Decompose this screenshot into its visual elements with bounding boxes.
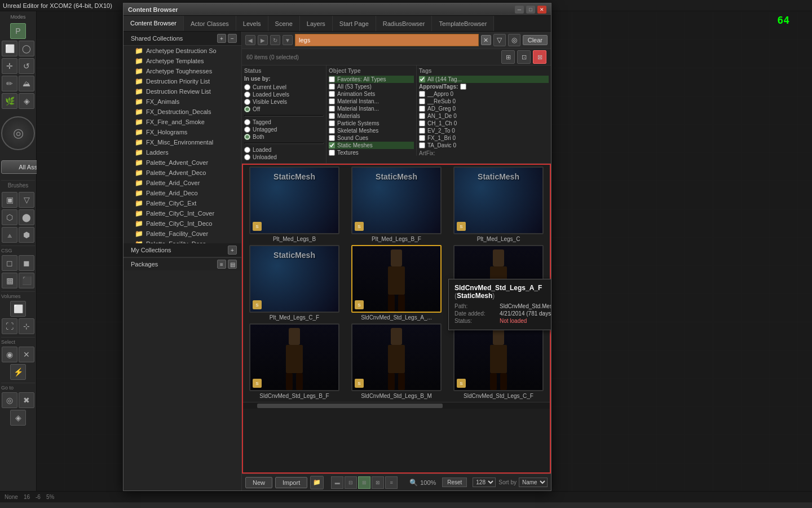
brush-btn-1[interactable]: ▣ <box>2 192 17 208</box>
cb-all-tags[interactable] <box>419 76 425 82</box>
list-item-palette-facility-deco[interactable]: 📁 Palette_Facility_Deco <box>123 239 241 243</box>
cb-approval-tags[interactable] <box>460 84 466 90</box>
csg-btn-2[interactable]: ◼ <box>19 255 34 271</box>
tab-scene[interactable]: Scene <box>268 16 300 31</box>
brush-btn-3[interactable]: ⬡ <box>2 209 17 225</box>
select-btn-3[interactable]: ⚡ <box>10 364 26 380</box>
csg-btn-3[interactable]: ▩ <box>2 273 17 288</box>
list-item-ladders[interactable]: 📁 Ladders <box>123 147 241 157</box>
list-item-palette-arid-cover[interactable]: 📁 Palette_Arid_Cover <box>123 178 241 188</box>
cb-appro[interactable] <box>419 91 425 97</box>
asset-sldcnv-a-f[interactable]: S SldCnvMed_Std_Legs_A_... SldCnvMed_Std… <box>347 245 446 321</box>
cb-material-inst-2[interactable] <box>329 106 335 112</box>
shared-add-btn[interactable]: + <box>217 34 226 43</box>
cb-static-meshes[interactable] <box>329 142 335 148</box>
size-select[interactable]: 128 64 256 <box>473 478 496 487</box>
view-icon-1[interactable]: ⊞ <box>501 50 515 64</box>
radio-both[interactable] <box>244 134 250 140</box>
packages-grid-btn[interactable]: ≡ <box>217 260 226 269</box>
cb-fx1-bri[interactable] <box>419 135 425 141</box>
import-btn[interactable]: Import <box>275 477 307 488</box>
my-add-btn[interactable]: + <box>228 246 237 255</box>
cb-particle-systems[interactable] <box>329 120 335 126</box>
list-item-palette-cityc-int-deco[interactable]: 📁 Palette_CityC_Int_Deco <box>123 218 241 229</box>
list-item-destruction-priority[interactable]: 📁 Destruction Priority List <box>123 76 241 86</box>
cb-skeletal-meshes[interactable] <box>329 128 335 134</box>
list-item-archetype-templates[interactable]: 📁 Archetype Templates <box>123 56 241 66</box>
sort-select[interactable]: Name Date Type <box>519 478 548 487</box>
asset-plt-med-legs-b-f[interactable]: StaticMesh S Plt_Med_Legs_B_F <box>347 167 446 242</box>
move-mode-btn[interactable]: ✛ <box>2 58 17 74</box>
my-collections-header[interactable]: My Collections + <box>123 243 241 257</box>
view-1col-btn[interactable]: ▬ <box>331 476 343 489</box>
radio-loaded[interactable] <box>244 147 250 153</box>
list-item-palette-cityc-ext[interactable]: 📁 Palette_CityC_Ext <box>123 198 241 208</box>
cb-all-types[interactable] <box>329 84 335 90</box>
list-item-archetype-destruction[interactable]: 📁 Archetype Destruction So <box>123 46 241 56</box>
view-3col-btn[interactable]: ⊞ <box>358 476 370 489</box>
asset-sldcnv-c-f[interactable]: S SldCnvMed_Std_Legs_C_F <box>449 323 548 399</box>
cb-sound-cues[interactable] <box>329 135 335 141</box>
list-item-fx-misc[interactable]: 📁 FX_Misc_Environmental <box>123 137 241 147</box>
nav-back-btn[interactable]: ◀ <box>245 35 255 45</box>
list-item-fx-destruction[interactable]: 📁 FX_Destruction_Decals <box>123 107 241 117</box>
tab-actor-classes[interactable]: Actor Classes <box>184 16 236 31</box>
brush-btn-6[interactable]: ⬢ <box>19 227 34 243</box>
list-item-palette-advent-cover[interactable]: 📁 Palette_Advent_Cover <box>123 157 241 168</box>
cb-ch1-ch[interactable] <box>419 120 425 126</box>
reset-zoom-btn[interactable]: Reset <box>442 478 467 487</box>
landscape-mode-btn[interactable]: ⛰ <box>19 76 34 91</box>
maximize-button[interactable]: □ <box>526 6 535 14</box>
list-item-palette-cityc-int-cover[interactable]: 📁 Palette_CityC_Int_Cover <box>123 208 241 218</box>
radio-visible-levels[interactable] <box>244 99 250 105</box>
brush-btn-4[interactable]: ⬤ <box>19 209 34 225</box>
cb-an1-de[interactable] <box>419 113 425 119</box>
asset-sldcnv-b-f[interactable]: S SldCnvMed_Std_Legs_B_F <box>245 323 344 399</box>
goto-btn-3[interactable]: ◈ <box>10 410 26 426</box>
radio-tagged[interactable] <box>244 119 250 125</box>
radio-off[interactable] <box>244 106 250 112</box>
clear-filters-btn[interactable]: Clear <box>523 35 548 45</box>
list-item-palette-facility-cover[interactable]: 📁 Palette_Facility_Cover <box>123 229 241 239</box>
select-btn-2[interactable]: ✕ <box>19 347 34 362</box>
csg-btn-4[interactable]: ⬛ <box>19 273 34 288</box>
h-scrollbar[interactable] <box>242 402 551 409</box>
volume-btn-1[interactable]: ⬜ <box>10 301 26 317</box>
cb-ad-greg[interactable] <box>419 106 425 112</box>
tab-content-browser[interactable]: Content Browser <box>123 16 184 31</box>
paint-mode-btn[interactable]: ✏ <box>2 76 17 91</box>
asset-plt-med-legs-c[interactable]: StaticMesh S Plt_Med_Legs_C <box>449 167 548 242</box>
cube-mode-btn[interactable]: ⬜ <box>2 41 17 56</box>
search-clear-btn[interactable]: ✕ <box>481 35 491 45</box>
view-icon-3[interactable]: ⊠ <box>533 50 546 64</box>
list-item-destruction-review[interactable]: 📁 Destruction Review List <box>123 86 241 97</box>
volume-btn-3[interactable]: ⊹ <box>19 318 34 334</box>
filter-lock-btn[interactable]: ◎ <box>508 34 520 46</box>
folder-btn[interactable]: 📁 <box>310 476 324 489</box>
tab-layers[interactable]: Layers <box>300 16 333 31</box>
view-list-btn[interactable]: ≡ <box>385 476 398 489</box>
view-4col-btn[interactable]: ⊠ <box>372 476 384 489</box>
cb-textures[interactable] <box>329 150 335 156</box>
cb-materials[interactable] <box>329 113 335 119</box>
asset-sldcnv-b-m[interactable]: S SldCnvMed_Std_Legs_B_M <box>347 323 446 399</box>
cb-ev2-to[interactable] <box>419 128 425 134</box>
csg-btn-1[interactable]: ◻ <box>2 255 17 271</box>
radio-untagged[interactable] <box>244 126 250 133</box>
asset-grid-wrapper[interactable]: StaticMesh S Plt_Med_Legs_B StaticMesh <box>242 164 551 402</box>
brush-btn-2[interactable]: ▽ <box>19 192 34 208</box>
nav-refresh-btn[interactable]: ↻ <box>270 35 280 45</box>
radio-unloaded[interactable] <box>244 154 250 160</box>
radio-loaded-levels[interactable] <box>244 91 250 98</box>
shared-collections-header[interactable]: Shared Collections + − <box>123 32 241 46</box>
radio-current-level[interactable] <box>244 84 250 90</box>
cb-material-inst-1[interactable] <box>329 98 335 104</box>
nav-extra-btn[interactable]: ▼ <box>283 35 293 45</box>
minimize-button[interactable]: ─ <box>515 6 524 14</box>
view-icon-2[interactable]: ⊡ <box>517 50 531 64</box>
view-2col-btn[interactable]: ⊟ <box>345 476 357 489</box>
foliage-mode-btn[interactable]: 🌿 <box>2 93 17 109</box>
list-item-palette-arid-deco[interactable]: 📁 Palette_Arid_Deco <box>123 188 241 198</box>
select-btn-1[interactable]: ◉ <box>2 347 17 362</box>
cb-favorites[interactable] <box>329 76 335 82</box>
